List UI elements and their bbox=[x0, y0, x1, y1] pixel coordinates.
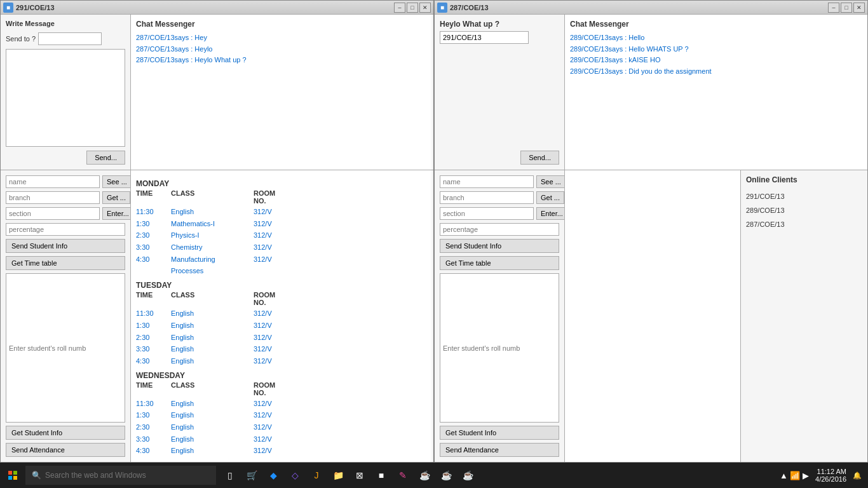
taskbar-date-display: 4/26/2016 bbox=[815, 475, 846, 483]
send-to-label: Send to ? bbox=[6, 35, 36, 43]
online-client-1: 291/COE/13 bbox=[746, 189, 862, 203]
send-to-row: Send to ? bbox=[6, 32, 125, 45]
branch-row-287: Get ... bbox=[440, 191, 559, 204]
online-client-2: 289/COE/13 bbox=[746, 203, 862, 217]
java-icon2[interactable]: ☕ bbox=[437, 466, 455, 484]
svg-rect-3 bbox=[13, 476, 17, 480]
get-student-info-btn[interactable]: Get Student Info bbox=[6, 426, 125, 440]
send-message-btn[interactable]: Send... bbox=[86, 151, 125, 165]
bottom-section-291: See ... Get ... Enter... Send Student In… bbox=[1, 170, 433, 462]
send-attendance-btn[interactable]: Send Attendance bbox=[6, 443, 125, 457]
tt-row: 1:30English312/V bbox=[136, 320, 428, 332]
name-input-287[interactable] bbox=[440, 175, 534, 188]
timetable-area-287 bbox=[565, 170, 740, 462]
tt-row: 1:30English312/V bbox=[136, 409, 428, 421]
see-btn[interactable]: See ... bbox=[102, 175, 131, 188]
j-icon[interactable]: J bbox=[308, 466, 325, 484]
tt-row: 4:30English312/V bbox=[136, 445, 428, 457]
close-btn-291[interactable]: ✕ bbox=[419, 3, 431, 13]
roll-input[interactable] bbox=[6, 273, 125, 423]
chat-messages-287: 289/COE/13says : Hello 289/COE/13says : … bbox=[570, 32, 862, 77]
online-clients-title: Online Clients bbox=[746, 175, 862, 184]
maximize-btn-291[interactable]: □ bbox=[407, 3, 418, 13]
chat-msg-r1: 289/COE/13says : Hello bbox=[570, 32, 862, 44]
taskbar: 🔍 ▯ 🛒 ◆ ◇ J 📁 ⊠ ■ ✎ ☕ ☕ ☕ ▲ 📶 ▶ 11:12 AM… bbox=[0, 463, 868, 488]
top-section-291: Write Message Send to ? Send... Chat Mes… bbox=[1, 15, 433, 170]
write-message-label: Write Message bbox=[6, 20, 125, 27]
taskbar-search-box[interactable]: 🔍 bbox=[25, 466, 216, 485]
task-view-icon[interactable]: ▯ bbox=[221, 466, 239, 484]
control-panel-291: See ... Get ... Enter... Send Student In… bbox=[1, 170, 131, 462]
minimize-btn-287[interactable]: – bbox=[828, 3, 839, 13]
day-tuesday: TUESDAY bbox=[136, 281, 428, 290]
online-client-3: 287/COE/13 bbox=[746, 217, 862, 231]
get-timetable-btn[interactable]: Get Time table bbox=[6, 256, 125, 270]
timetable-panel-291[interactable]: MONDAY TIME CLASS ROOM NO. 11:30English3… bbox=[131, 170, 433, 462]
window-controls-291: – □ ✕ bbox=[394, 3, 431, 13]
enter-btn-287[interactable]: Enter... bbox=[536, 207, 565, 220]
top-section-287: Heylo What up ? Send... Chat Messenger 2… bbox=[435, 15, 867, 170]
get-student-info-btn-287[interactable]: Get Student Info bbox=[440, 426, 559, 440]
chat-title-287: Chat Messenger bbox=[570, 20, 862, 29]
store-icon[interactable]: 🛒 bbox=[243, 466, 261, 484]
percentage-input[interactable] bbox=[6, 223, 125, 236]
edge-icon[interactable]: ◆ bbox=[264, 466, 282, 484]
paint-icon[interactable]: ✎ bbox=[394, 466, 412, 484]
vs-icon[interactable]: ◇ bbox=[286, 466, 304, 484]
send-btn-287[interactable]: Send... bbox=[520, 151, 559, 165]
section-input-287[interactable] bbox=[440, 207, 534, 220]
day-wednesday: WEDNESDAY bbox=[136, 371, 428, 380]
close-btn-287[interactable]: ✕ bbox=[853, 3, 865, 13]
taskbar-notification-icons: ▲ 📶 ▶ bbox=[780, 471, 809, 480]
chat-msg-1: 287/COE/13says : Hey bbox=[136, 32, 428, 44]
enter-btn[interactable]: Enter... bbox=[102, 207, 131, 220]
terminal-icon[interactable]: ■ bbox=[372, 466, 390, 484]
name-input[interactable] bbox=[6, 175, 100, 188]
grid-icon[interactable]: ⊠ bbox=[351, 466, 369, 484]
minimize-btn-291[interactable]: – bbox=[394, 3, 405, 13]
window-controls-287: – □ ✕ bbox=[828, 3, 865, 13]
send-student-info-btn-287[interactable]: Send Student Info bbox=[440, 239, 559, 253]
window-287: ■ 287/COE/13 – □ ✕ Heylo What up ? Send.… bbox=[434, 0, 868, 463]
send-to-input[interactable] bbox=[38, 32, 102, 45]
see-btn-287[interactable]: See ... bbox=[536, 175, 565, 188]
section-row: Enter... bbox=[6, 207, 125, 220]
branch-input-287[interactable] bbox=[440, 191, 534, 204]
folder-icon[interactable]: 📁 bbox=[329, 466, 347, 484]
bottom-section-287: See ... Get ... Enter... Send Student In… bbox=[435, 170, 867, 462]
percentage-input-287[interactable] bbox=[440, 223, 559, 236]
window-title-291: 291/COE/13 bbox=[16, 4, 394, 11]
tt-row: 4:30Manufacturing Processes312/V bbox=[136, 254, 428, 277]
get-btn[interactable]: Get ... bbox=[102, 191, 130, 204]
name-row: See ... bbox=[6, 175, 125, 188]
maximize-btn-287[interactable]: □ bbox=[841, 3, 852, 13]
right-top-left-panel: Heylo What up ? Send... bbox=[435, 15, 565, 170]
send-student-info-btn[interactable]: Send Student Info bbox=[6, 239, 125, 253]
section-input[interactable] bbox=[6, 207, 100, 220]
heylo-text: Heylo What up ? bbox=[440, 20, 559, 29]
get-branch-btn-287[interactable]: Get ... bbox=[536, 191, 564, 204]
taskbar-clock: 11:12 AM 4/26/2016 bbox=[815, 468, 846, 483]
recipient-input[interactable] bbox=[440, 31, 529, 44]
chat-messages-291: 287/COE/13says : Hey 287/COE/13says : He… bbox=[136, 32, 428, 66]
control-panel-287: See ... Get ... Enter... Send Student In… bbox=[435, 170, 565, 462]
notification-bell[interactable]: 🔔 bbox=[853, 471, 862, 480]
tt-row: 1:30Mathematics-I312/V bbox=[136, 218, 428, 230]
get-timetable-btn-287[interactable]: Get Time table bbox=[440, 256, 559, 270]
taskbar-right: ▲ 📶 ▶ 11:12 AM 4/26/2016 🔔 bbox=[780, 468, 868, 483]
chat-msg-2: 287/COE/13says : Heylo bbox=[136, 44, 428, 55]
branch-input[interactable] bbox=[6, 191, 100, 204]
message-textarea[interactable] bbox=[6, 49, 125, 147]
svg-rect-0 bbox=[8, 471, 12, 475]
java-icon3[interactable]: ☕ bbox=[459, 466, 477, 484]
window-title-287: 287/COE/13 bbox=[450, 4, 828, 11]
java-icon1[interactable]: ☕ bbox=[416, 466, 433, 484]
taskbar-search-input[interactable] bbox=[45, 471, 210, 480]
tt-row: 3:30English312/V bbox=[136, 433, 428, 445]
taskbar-quick-icons: ▯ 🛒 ◆ ◇ J 📁 ⊠ ■ ✎ ☕ ☕ ☕ bbox=[216, 466, 482, 484]
send-attendance-btn-287[interactable]: Send Attendance bbox=[440, 443, 559, 457]
tt-header-tuesday: TIME CLASS ROOM NO. bbox=[136, 291, 428, 306]
roll-input-287[interactable] bbox=[440, 273, 559, 423]
start-button[interactable] bbox=[0, 463, 25, 488]
tt-row: 2:30English312/V bbox=[136, 421, 428, 433]
